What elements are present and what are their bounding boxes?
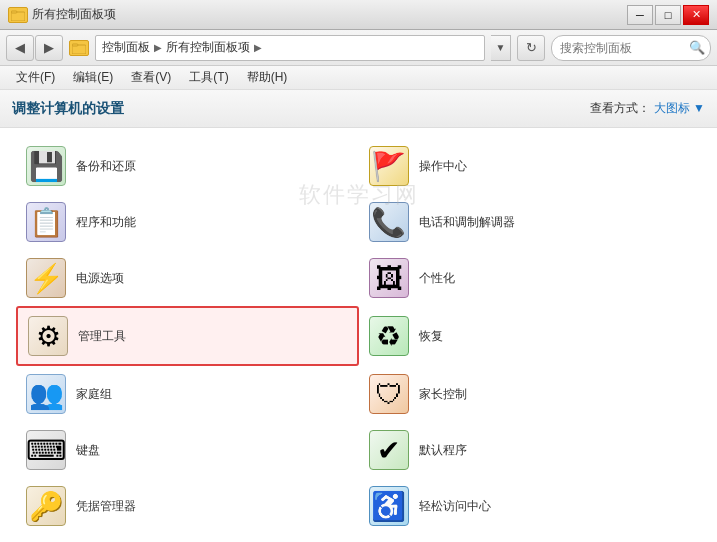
icon-access: ♿ (369, 486, 409, 526)
title-bar-left: 所有控制面板项 (8, 6, 116, 23)
control-item-parental[interactable]: 🛡 家长控制 (359, 366, 702, 422)
icon-credentials: 🔑 (26, 486, 66, 526)
menu-bar: 文件(F) 编辑(E) 查看(V) 工具(T) 帮助(H) (0, 66, 717, 90)
menu-file[interactable]: 文件(F) (8, 67, 63, 88)
label-access: 轻松访问中心 (419, 498, 491, 515)
title-bar: 所有控制面板项 ─ □ ✕ (0, 0, 717, 30)
control-item-credentials[interactable]: 🔑 凭据管理器 (16, 478, 359, 534)
control-item-power[interactable]: ⚡ 电源选项 (16, 250, 359, 306)
label-personal: 个性化 (419, 270, 455, 287)
minimize-button[interactable]: ─ (627, 5, 653, 25)
icon-restore: ♻ (369, 316, 409, 356)
svg-rect-1 (11, 11, 17, 13)
label-programs: 程序和功能 (76, 214, 136, 231)
icon-programs: 📋 (26, 202, 66, 242)
control-item-taskbar[interactable]: 🖥 任务栏和「开始」菜单 (359, 534, 702, 542)
icon-phone: 📞 (369, 202, 409, 242)
control-item-restore[interactable]: ♻ 恢复 (359, 306, 702, 366)
control-item-action-center[interactable]: 🚩 操作中心 (359, 138, 702, 194)
window-icon (8, 7, 28, 23)
path-dropdown[interactable]: ▼ (491, 35, 511, 61)
path-sep-2: ▶ (254, 42, 262, 53)
control-item-manage[interactable]: ⚙ 管理工具 (16, 306, 359, 366)
control-item-default[interactable]: ✔ 默认程序 (359, 422, 702, 478)
view-mode-link[interactable]: 大图标 ▼ (654, 100, 705, 117)
view-mode-selector[interactable]: 查看方式： 大图标 ▼ (590, 100, 705, 117)
label-restore: 恢复 (419, 328, 443, 345)
label-backup: 备份和还原 (76, 158, 136, 175)
view-label: 查看方式： (590, 100, 650, 117)
label-parental: 家长控制 (419, 386, 467, 403)
svg-rect-3 (72, 44, 78, 46)
path-part-2: 所有控制面板项 (166, 39, 250, 56)
page-title: 调整计算机的设置 (12, 100, 124, 118)
icon-backup: 💾 (26, 146, 66, 186)
label-default: 默认程序 (419, 442, 467, 459)
control-item-phone[interactable]: 📞 电话和调制解调器 (359, 194, 702, 250)
menu-edit[interactable]: 编辑(E) (65, 67, 121, 88)
address-bar: ◀ ▶ 控制面板 ▶ 所有控制面板项 ▶ ▼ ↻ 🔍 (0, 30, 717, 66)
search-icon[interactable]: 🔍 (689, 40, 705, 55)
search-input[interactable] (551, 35, 711, 61)
label-manage: 管理工具 (78, 328, 126, 345)
label-homegroup: 家庭组 (76, 386, 112, 403)
main-content: 💾 备份和还原 🚩 操作中心 📋 程序和功能 📞 电话和调制解调器 ⚡ 电源选项 (0, 128, 717, 542)
icon-action-center: 🚩 (369, 146, 409, 186)
icon-parental: 🛡 (369, 374, 409, 414)
icon-homegroup: 👥 (26, 374, 66, 414)
icon-keyboard: ⌨ (26, 430, 66, 470)
label-power: 电源选项 (76, 270, 124, 287)
close-button[interactable]: ✕ (683, 5, 709, 25)
window-title: 所有控制面板项 (32, 6, 116, 23)
control-item-personal[interactable]: 🖼 个性化 (359, 250, 702, 306)
search-wrap: 🔍 (551, 35, 711, 61)
path-sep-1: ▶ (154, 42, 162, 53)
menu-help[interactable]: 帮助(H) (239, 67, 296, 88)
refresh-button[interactable]: ↻ (517, 35, 545, 61)
window-controls: ─ □ ✕ (627, 5, 709, 25)
control-item-keyboard[interactable]: ⌨ 键盘 (16, 422, 359, 478)
control-item-programs[interactable]: 📋 程序和功能 (16, 194, 359, 250)
label-phone: 电话和调制解调器 (419, 214, 515, 231)
icon-manage: ⚙ (28, 316, 68, 356)
control-item-region[interactable]: 🌐 区域和语言 (16, 534, 359, 542)
control-item-backup[interactable]: 💾 备份和还原 (16, 138, 359, 194)
label-credentials: 凭据管理器 (76, 498, 136, 515)
menu-view[interactable]: 查看(V) (123, 67, 179, 88)
control-item-homegroup[interactable]: 👥 家庭组 (16, 366, 359, 422)
content-area: 💾 备份和还原 🚩 操作中心 📋 程序和功能 📞 电话和调制解调器 ⚡ 电源选项 (0, 128, 717, 542)
nav-buttons: ◀ ▶ (6, 35, 63, 61)
items-grid: 💾 备份和还原 🚩 操作中心 📋 程序和功能 📞 电话和调制解调器 ⚡ 电源选项 (0, 128, 717, 542)
label-action-center: 操作中心 (419, 158, 467, 175)
maximize-button[interactable]: □ (655, 5, 681, 25)
folder-icon (69, 40, 89, 56)
page-toolbar: 调整计算机的设置 查看方式： 大图标 ▼ (0, 90, 717, 128)
icon-default: ✔ (369, 430, 409, 470)
back-button[interactable]: ◀ (6, 35, 34, 61)
menu-tools[interactable]: 工具(T) (181, 67, 236, 88)
icon-personal: 🖼 (369, 258, 409, 298)
control-item-access[interactable]: ♿ 轻松访问中心 (359, 478, 702, 534)
address-path[interactable]: 控制面板 ▶ 所有控制面板项 ▶ (95, 35, 485, 61)
icon-power: ⚡ (26, 258, 66, 298)
forward-button[interactable]: ▶ (35, 35, 63, 61)
path-part-1: 控制面板 (102, 39, 150, 56)
label-keyboard: 键盘 (76, 442, 100, 459)
